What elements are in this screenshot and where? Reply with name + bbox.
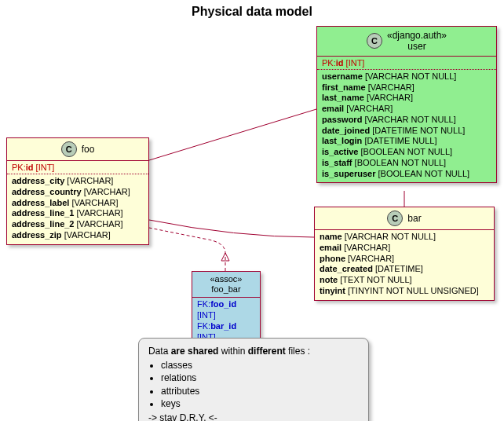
svg-marker-0 — [221, 253, 229, 261]
entity-foo: C foo PK:id [INT] address_city [VARCHAR]… — [6, 137, 149, 245]
note-item: attributes — [161, 385, 359, 397]
entity-foo-bar-name: foo_bar — [211, 284, 240, 294]
entity-bar-attrs: name [VARCHAR NOT NULL] email [VARCHAR] … — [315, 230, 494, 300]
entity-user-header: C «django.auth» user — [317, 27, 496, 57]
class-icon: C — [367, 33, 382, 49]
entity-foo-bar-header: «assoc» foo_bar — [192, 272, 260, 298]
note-list: classes relations attributes keys — [161, 359, 359, 410]
entity-bar: C bar name [VARCHAR NOT NULL] email [VAR… — [314, 207, 495, 301]
entity-user-attrs: username [VARCHAR NOT NULL] first_name [… — [317, 70, 496, 183]
note-item: keys — [161, 397, 359, 410]
note-item: relations — [161, 372, 359, 384]
entity-foo-attrs: address_city [VARCHAR] address_country [… — [7, 174, 148, 244]
entity-user-name: user — [407, 41, 425, 52]
entity-bar-name: bar — [407, 213, 421, 224]
note-box: Data are shared within different files :… — [138, 338, 369, 421]
diagram-title: Physical data model — [0, 5, 504, 19]
entity-bar-header: C bar — [315, 207, 494, 230]
note-intro: Data are shared within different files : — [148, 345, 359, 357]
entity-foo-header: C foo — [7, 138, 148, 161]
entity-user: C «django.auth» user PK:id [INT] usernam… — [316, 26, 497, 183]
entity-foo-pk: PK:id [INT] — [7, 161, 148, 174]
entity-user-pk: PK:id [INT] — [317, 57, 496, 70]
entity-foo-bar-stereotype: «assoc» — [210, 274, 243, 284]
entity-foo-name: foo — [82, 144, 95, 155]
class-icon: C — [61, 141, 77, 157]
note-outro: -> stay D.R.Y. <- — [148, 412, 359, 421]
note-item: classes — [161, 359, 359, 372]
entity-user-stereotype: «django.auth» — [387, 30, 447, 41]
class-icon: C — [387, 210, 403, 226]
